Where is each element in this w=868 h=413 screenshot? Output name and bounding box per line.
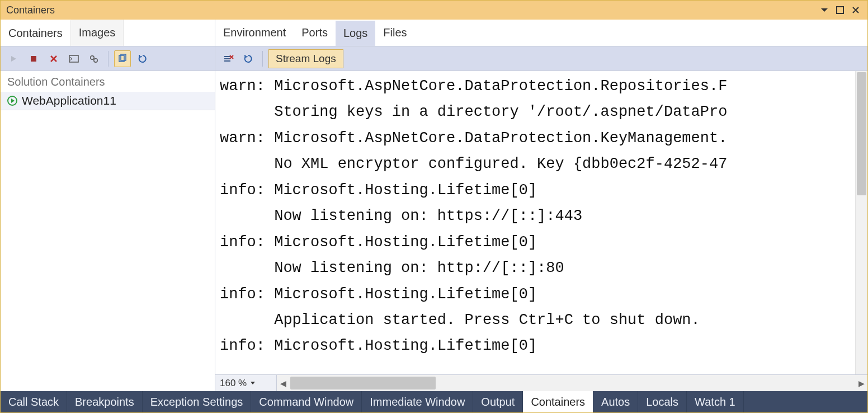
list-item-label: WebApplication11 xyxy=(22,94,116,107)
refresh-logs-icon[interactable] xyxy=(240,50,257,67)
scroll-thumb[interactable] xyxy=(857,72,866,195)
running-icon xyxy=(7,96,17,106)
horizontal-scrollbar[interactable]: ◀ ▶ xyxy=(277,375,867,391)
tab-images[interactable]: Images xyxy=(71,20,124,46)
tab-label: Images xyxy=(79,26,116,39)
svg-point-3 xyxy=(91,55,94,59)
tab-label: Environment xyxy=(223,26,286,39)
vstab-watch-1[interactable]: Watch 1 xyxy=(687,391,744,412)
toolbar-divider xyxy=(108,51,108,67)
delete-icon[interactable] xyxy=(45,50,62,67)
titlebar: Containers xyxy=(1,1,867,20)
tab-logs[interactable]: Logs xyxy=(336,20,375,46)
clear-icon[interactable] xyxy=(220,50,237,67)
chevron-down-icon xyxy=(250,381,256,386)
tab-label: Containers xyxy=(8,27,63,40)
section-label: Solution Containers xyxy=(1,71,215,92)
left-tabs: Containers Images xyxy=(1,20,215,46)
vstab-command-window[interactable]: Command Window xyxy=(251,391,362,412)
scroll-thumb[interactable] xyxy=(290,377,436,389)
window-title: Containers xyxy=(6,4,55,16)
right-toolbar: Stream Logs xyxy=(215,46,867,71)
stream-logs-label: Stream Logs xyxy=(276,53,336,65)
settings-icon[interactable] xyxy=(86,50,102,67)
vstab-locals[interactable]: Locals xyxy=(638,391,687,412)
tab-label: Logs xyxy=(343,27,367,40)
svg-rect-0 xyxy=(837,7,843,13)
tab-ports[interactable]: Ports xyxy=(294,20,336,46)
vstab-output[interactable]: Output xyxy=(473,391,523,412)
svg-point-4 xyxy=(94,58,97,62)
refresh-icon[interactable] xyxy=(134,50,151,67)
maximize-icon[interactable] xyxy=(834,4,846,16)
log-area: warn: Microsoft.AspNetCore.DataProtectio… xyxy=(215,71,867,374)
vstab-containers[interactable]: Containers xyxy=(523,391,593,412)
tab-label: Ports xyxy=(301,26,328,39)
containers-tool-window: Containers Containers Images xyxy=(0,0,868,413)
left-panel: Containers Images Solution Containers We… xyxy=(1,20,215,391)
left-toolbar xyxy=(1,46,215,71)
containers-list: WebApplication11 xyxy=(1,92,215,391)
scroll-right-icon[interactable]: ▶ xyxy=(855,375,867,391)
stream-logs-button[interactable]: Stream Logs xyxy=(268,49,343,68)
svg-rect-2 xyxy=(69,55,78,62)
close-icon[interactable] xyxy=(850,4,862,16)
toolbar-divider xyxy=(262,51,263,67)
zoom-value: 160 % xyxy=(220,378,247,389)
tab-environment[interactable]: Environment xyxy=(215,20,294,46)
vs-bottom-tabs: Call StackBreakpointsException SettingsC… xyxy=(1,391,867,412)
scroll-left-icon[interactable]: ◀ xyxy=(277,375,289,391)
vstab-immediate-window[interactable]: Immediate Window xyxy=(362,391,473,412)
svg-rect-1 xyxy=(31,56,36,62)
vertical-scrollbar[interactable] xyxy=(855,71,867,374)
vstab-call-stack[interactable]: Call Stack xyxy=(1,391,67,412)
window-options-icon[interactable] xyxy=(818,4,831,16)
body: Containers Images Solution Containers We… xyxy=(1,20,867,391)
log-content[interactable]: warn: Microsoft.AspNetCore.DataProtectio… xyxy=(215,71,854,374)
tab-label: Files xyxy=(383,26,407,39)
vstab-exception-settings[interactable]: Exception Settings xyxy=(143,391,252,412)
right-panel: Environment Ports Logs Files Stream Logs… xyxy=(215,20,867,391)
tab-containers[interactable]: Containers xyxy=(1,20,71,46)
vstab-breakpoints[interactable]: Breakpoints xyxy=(67,391,143,412)
log-bottombar: 160 % ◀ ▶ xyxy=(215,374,867,391)
stop-icon[interactable] xyxy=(25,50,42,67)
vstab-autos[interactable]: Autos xyxy=(593,391,638,412)
list-item[interactable]: WebApplication11 xyxy=(1,92,215,110)
start-icon[interactable] xyxy=(5,50,22,67)
tab-files[interactable]: Files xyxy=(375,20,414,46)
right-tabs: Environment Ports Logs Files xyxy=(215,20,867,46)
zoom-dropdown[interactable]: 160 % xyxy=(215,375,277,391)
terminal-icon[interactable] xyxy=(65,50,82,67)
copy-icon[interactable] xyxy=(114,50,131,67)
